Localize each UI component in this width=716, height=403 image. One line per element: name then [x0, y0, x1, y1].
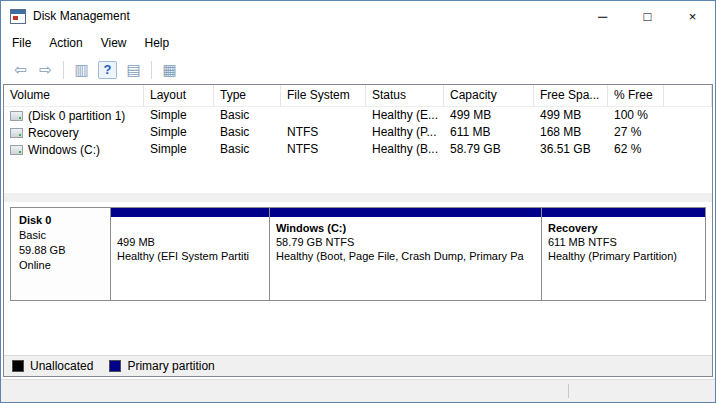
- partition-recovery[interactable]: Recovery 611 MB NTFS Healthy (Primary Pa…: [541, 208, 705, 300]
- type-cell: Basic: [214, 124, 281, 141]
- pct-free-cell: 62 %: [608, 141, 664, 158]
- partition-windows-c[interactable]: Windows (C:) 58.79 GB NTFS Healthy (Boot…: [269, 208, 541, 300]
- capacity-cell: 499 MB: [444, 107, 534, 124]
- file-system-cell: [281, 107, 366, 124]
- free-space-cell: 499 MB: [534, 107, 608, 124]
- toolbar: ⇦ ⇨ ▥ ? ▤ ▦: [1, 55, 715, 84]
- partition-status: Healthy (Primary Partition): [548, 249, 699, 263]
- capacity-cell: 611 MB: [444, 124, 534, 141]
- menu-view[interactable]: View: [92, 33, 136, 53]
- console-view: Volume Layout Type File System Status Ca…: [3, 84, 713, 377]
- capacity-cell: 58.79 GB: [444, 141, 534, 158]
- column-header-volume[interactable]: Volume: [4, 85, 144, 107]
- table-row[interactable]: Windows (C:) Simple Basic NTFS Healthy (…: [4, 141, 712, 158]
- partition-title: [117, 221, 263, 235]
- panel-splitter[interactable]: [4, 193, 712, 202]
- console-tree-icon[interactable]: ▥: [69, 58, 94, 81]
- partition-size: 499 MB: [117, 235, 263, 249]
- free-space-cell: 36.51 GB: [534, 141, 608, 158]
- layout-cell: Simple: [144, 124, 214, 141]
- volume-name-cell: Windows (C:): [4, 141, 144, 158]
- drive-icon: [10, 111, 23, 121]
- volume-table-header: Volume Layout Type File System Status Ca…: [4, 85, 712, 107]
- unallocated-swatch: [12, 360, 24, 372]
- disk-0-row: Disk 0 Basic 59.88 GB Online 499 MB Heal…: [10, 207, 706, 301]
- status-cell: Healthy (B...: [366, 141, 444, 158]
- drive-icon: [10, 128, 23, 138]
- pct-free-cell: 27 %: [608, 124, 664, 141]
- volume-list-panel: Volume Layout Type File System Status Ca…: [4, 85, 712, 193]
- column-header-type[interactable]: Type: [214, 85, 281, 107]
- help-icon[interactable]: ?: [98, 61, 117, 79]
- table-row[interactable]: (Disk 0 partition 1) Simple Basic Health…: [4, 107, 712, 124]
- legend-item-primary-partition: Primary partition: [109, 359, 214, 373]
- partition-size: 58.79 GB NTFS: [276, 235, 535, 249]
- column-header-filler: [664, 85, 712, 107]
- file-system-cell: NTFS: [281, 141, 366, 158]
- forward-icon[interactable]: ⇨: [33, 58, 58, 81]
- window-title: Disk Management: [33, 9, 130, 23]
- filler-cell: [664, 107, 712, 124]
- export-list-icon[interactable]: ▤: [121, 58, 146, 81]
- partition-title: Recovery: [548, 221, 699, 235]
- menubar: File Action View Help: [1, 31, 715, 55]
- partition-status: Healthy (EFI System Partiti: [117, 249, 263, 263]
- type-cell: Basic: [214, 141, 281, 158]
- status-cell: Healthy (P...: [366, 124, 444, 141]
- app-icon[interactable]: [10, 9, 26, 24]
- menu-help[interactable]: Help: [136, 33, 179, 53]
- filler-cell: [664, 141, 712, 158]
- column-header-file-system[interactable]: File System: [281, 85, 366, 107]
- disk-type: Basic: [19, 228, 102, 243]
- disk-0-label[interactable]: Disk 0 Basic 59.88 GB Online: [11, 208, 111, 300]
- statusbar-divider: [568, 384, 569, 398]
- legend-bar: Unallocated Primary partition: [4, 355, 712, 376]
- free-space-cell: 168 MB: [534, 124, 608, 141]
- close-button[interactable]: ×: [670, 1, 715, 31]
- partition-title: Windows (C:): [276, 221, 535, 235]
- minimize-button[interactable]: ─: [580, 1, 625, 31]
- action-pane-icon[interactable]: ▦: [157, 58, 182, 81]
- partitions-strip: 499 MB Healthy (EFI System Partiti Windo…: [111, 208, 705, 300]
- layout-cell: Simple: [144, 107, 214, 124]
- column-header-layout[interactable]: Layout: [144, 85, 214, 107]
- titlebar: Disk Management ─ □ ×: [1, 1, 715, 31]
- layout-cell: Simple: [144, 141, 214, 158]
- status-cell: Healthy (E...: [366, 107, 444, 124]
- table-row[interactable]: Recovery Simple Basic NTFS Healthy (P...…: [4, 124, 712, 141]
- pct-free-cell: 100 %: [608, 107, 664, 124]
- partition-size: 611 MB NTFS: [548, 235, 699, 249]
- back-icon[interactable]: ⇦: [8, 58, 33, 81]
- column-header-pct-free[interactable]: % Free: [608, 85, 664, 107]
- menu-action[interactable]: Action: [40, 33, 91, 53]
- legend-label: Primary partition: [127, 359, 214, 373]
- toolbar-separator: [151, 61, 152, 79]
- partition-efi[interactable]: 499 MB Healthy (EFI System Partiti: [111, 208, 269, 300]
- statusbar: [1, 379, 715, 402]
- graphical-view-panel: Disk 0 Basic 59.88 GB Online 499 MB Heal…: [4, 202, 712, 355]
- partition-status: Healthy (Boot, Page File, Crash Dump, Pr…: [276, 249, 535, 263]
- type-cell: Basic: [214, 107, 281, 124]
- file-system-cell: NTFS: [281, 124, 366, 141]
- legend-label: Unallocated: [30, 359, 93, 373]
- primary-partition-swatch: [109, 360, 121, 372]
- maximize-button[interactable]: □: [625, 1, 670, 31]
- legend-item-unallocated: Unallocated: [12, 359, 93, 373]
- column-header-status[interactable]: Status: [366, 85, 444, 107]
- volume-name-cell: (Disk 0 partition 1): [4, 107, 144, 124]
- toolbar-separator: [63, 61, 64, 79]
- volume-name-cell: Recovery: [4, 124, 144, 141]
- filler-cell: [664, 124, 712, 141]
- partition-type-strip: [270, 208, 541, 217]
- drive-icon: [10, 145, 23, 155]
- column-header-capacity[interactable]: Capacity: [444, 85, 534, 107]
- disk-name: Disk 0: [19, 213, 102, 228]
- menu-file[interactable]: File: [3, 33, 40, 53]
- partition-type-strip: [111, 208, 269, 217]
- disk-status: Online: [19, 258, 102, 273]
- partition-type-strip: [542, 208, 705, 217]
- disk-size: 59.88 GB: [19, 243, 102, 258]
- disk-management-window: Disk Management ─ □ × File Action View H…: [0, 0, 716, 403]
- column-header-free-space[interactable]: Free Spa...: [534, 85, 608, 107]
